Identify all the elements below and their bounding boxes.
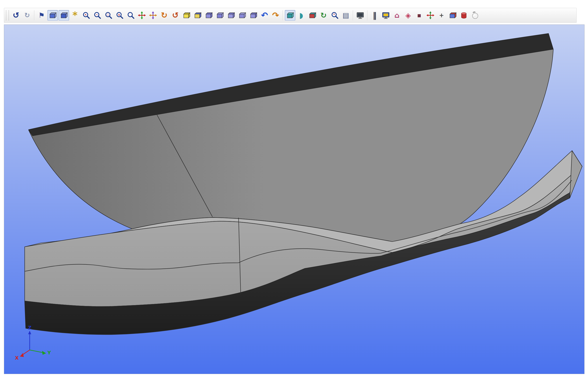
- select-elements-icon[interactable]: [59, 10, 69, 21]
- mini-window-icon[interactable]: ▪: [414, 10, 424, 21]
- redraw-icon[interactable]: ↻: [22, 10, 32, 21]
- toolbar-grip[interactable]: [6, 10, 9, 20]
- copy-image-icon[interactable]: [447, 10, 458, 21]
- render-shaded-icon[interactable]: [285, 10, 295, 21]
- viewport[interactable]: Z Y X: [4, 24, 585, 374]
- viewport-canvas[interactable]: Z Y X: [4, 25, 584, 374]
- zoom-selection-icon[interactable]: s: [114, 10, 125, 21]
- zoom-fit-icon[interactable]: [126, 10, 136, 21]
- animation-frames-icon[interactable]: ‖: [369, 10, 380, 21]
- pointer-flag-icon[interactable]: ⚑: [36, 10, 47, 21]
- layers-icon[interactable]: ▤: [341, 10, 351, 21]
- svg-text:+: +: [84, 13, 86, 16]
- rotate-center-icon[interactable]: ↻: [318, 10, 329, 21]
- select-entities-icon[interactable]: [47, 10, 58, 21]
- undo-icon[interactable]: ↶: [259, 10, 270, 21]
- materials-icon[interactable]: ◈: [403, 10, 413, 21]
- view-left-icon[interactable]: [203, 10, 214, 21]
- redo-icon[interactable]: ↷: [270, 10, 281, 21]
- fullscreen-icon[interactable]: [355, 10, 366, 21]
- view-back-icon[interactable]: [192, 10, 203, 21]
- zoom-out-icon[interactable]: −: [92, 10, 103, 21]
- axes-helper-icon[interactable]: *: [70, 10, 80, 21]
- toolbar-separator: [34, 10, 34, 20]
- rotate-trackball-icon[interactable]: ↻: [159, 10, 169, 21]
- svg-text:s: s: [118, 13, 120, 16]
- render-smooth-icon[interactable]: ◗: [296, 10, 306, 21]
- svg-text:−: −: [96, 13, 97, 16]
- snapshot-icon[interactable]: [380, 10, 391, 21]
- toolbar-separator: [283, 10, 283, 20]
- pan-view-icon[interactable]: [136, 10, 147, 21]
- light-settings-icon[interactable]: ⌂: [392, 10, 402, 21]
- database-icon[interactable]: [459, 10, 469, 21]
- toolbar: ↺↻⚑*+−□s↻↺↶↷◗↻*▤‖⌂◈▪+: [4, 8, 577, 23]
- view-right-icon[interactable]: [215, 10, 225, 21]
- svg-text:*: *: [334, 13, 335, 16]
- add-window-icon[interactable]: +: [436, 10, 447, 21]
- zoom-in-icon[interactable]: +: [81, 10, 91, 21]
- view-front-icon[interactable]: [181, 10, 192, 21]
- svg-text:□: □: [107, 13, 109, 16]
- toolbar-separator: [367, 10, 368, 20]
- zoom-dynamic-icon[interactable]: *: [329, 10, 340, 21]
- view-isometric-icon[interactable]: [248, 10, 259, 21]
- move-entities-icon[interactable]: [148, 10, 158, 21]
- multi-view-icon[interactable]: [425, 10, 436, 21]
- reset-view-icon[interactable]: [470, 10, 480, 21]
- orbit-rotate-icon[interactable]: ↺: [11, 10, 21, 21]
- y-axis-label: Y: [47, 350, 51, 355]
- zoom-window-icon[interactable]: □: [103, 10, 114, 21]
- clip-plane-icon[interactable]: [307, 10, 318, 21]
- rotate-axis-icon[interactable]: ↺: [170, 10, 180, 21]
- view-top-icon[interactable]: [226, 10, 236, 21]
- x-axis-label: X: [15, 355, 19, 361]
- view-bottom-icon[interactable]: [237, 10, 247, 21]
- toolbar-separator: [353, 10, 353, 20]
- z-axis-label: Z: [28, 325, 32, 331]
